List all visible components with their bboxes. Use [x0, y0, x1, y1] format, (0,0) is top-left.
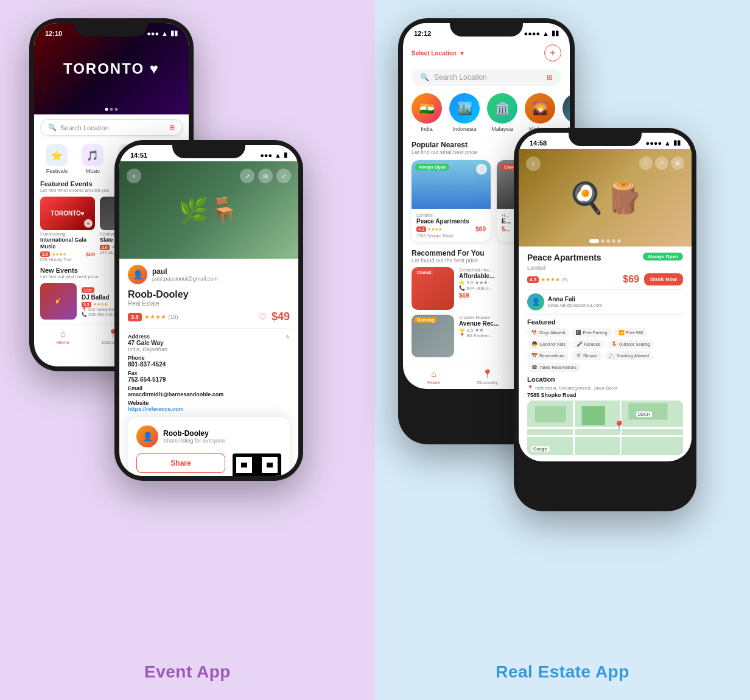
- p4-dog-icon: 🐕: [531, 330, 538, 335]
- p2-rating-row: 3.8 ★★★★ (10): [128, 313, 178, 321]
- p1-heart-1[interactable]: ♥: [84, 219, 93, 228]
- p3-loc-circle-india: 🇮🇳: [412, 93, 442, 124]
- p4-share-icon-btn[interactable]: ↗: [655, 156, 668, 170]
- p1-cat-label-festivals: Festivals: [46, 168, 68, 174]
- p2-share-button[interactable]: Share: [136, 453, 225, 473]
- p1-search-icon: 🔍: [48, 124, 57, 131]
- p4-tags: 🐕Dogs Allowed 🅿Free Parking 📶Free Wifi 👦…: [527, 328, 683, 372]
- p2-battery-icon: ▮: [284, 151, 287, 159]
- p2-fax-label: Fax: [128, 370, 166, 376]
- p4-status-bar: 14:58 ●●●● ▲ ▮▮: [519, 133, 692, 149]
- p4-outdoor-icon: 🪑: [611, 341, 617, 347]
- p4-smoking-icon: 🚬: [609, 353, 615, 359]
- p1-event-price-row-1: 2.8 ★★★★ $69: [40, 251, 95, 257]
- p3-loc-circle-missouri: 🌲: [562, 93, 570, 124]
- p4-tag-karaoke: 🎤Karaoke: [572, 340, 605, 349]
- p2-fax-row: Fax 752-654-5179: [128, 370, 290, 383]
- p4-tag-wifi: 📶Free Wifi: [614, 328, 648, 337]
- p1-event-rating-2: 2.6: [100, 245, 110, 250]
- svg-rect-5: [535, 406, 566, 422]
- p4-signal-icon: ●●●●: [646, 139, 662, 147]
- p4-shower-icon: 🚿: [575, 353, 581, 359]
- phone4-frame: 14:58 ●●●● ▲ ▮▮ 🍳🪵 ‹ ♡ ↗ ⊞: [514, 128, 696, 511]
- p1-event-rating-1: 2.8: [40, 251, 50, 257]
- p2-phone-value: 801-837-4524: [128, 361, 166, 368]
- p2-action-btns: ↗ ⊞ ⤢: [240, 169, 291, 183]
- p3-loc-name-malaysia: Malaysia: [491, 126, 513, 132]
- left-panel-label: Event App: [144, 662, 231, 682]
- p2-expand-icon-btn[interactable]: ⤢: [276, 169, 291, 183]
- p1-hero-dots: [105, 108, 118, 111]
- p1-search-bar[interactable]: 🔍 Search Location ⊞: [40, 119, 183, 136]
- p3-search-bar[interactable]: 🔍 Search Location ⊞: [412, 69, 561, 86]
- p3-plus-btn[interactable]: +: [544, 44, 561, 61]
- p2-email-block: Email amacdirmidl1@barnesandnoble.com: [128, 385, 223, 397]
- p3-card-rating-1: 4.3 ★★★★: [416, 226, 442, 232]
- p3-loc-malaysia[interactable]: 🏛️ Malaysia: [487, 93, 517, 132]
- p3-nav-discovery-label: Discovery: [477, 380, 498, 385]
- p4-map-label: Google: [531, 446, 550, 452]
- phone2-screen: 14:51 ●●● ▲ ▮ 🌿🪑 ‹ ↗ ⊞ ⤢: [119, 145, 298, 476]
- p4-rating-row: 4.3 ★★★★ (8): [527, 276, 568, 283]
- p1-new-event-img-1: 🎷: [40, 283, 77, 320]
- p4-grid-icon-btn[interactable]: ⊞: [671, 156, 684, 170]
- p2-listing-sub: Real Estate: [128, 300, 290, 307]
- p2-share-icon-btn[interactable]: ↗: [240, 169, 254, 183]
- p3-scan-icon[interactable]: ⊞: [547, 73, 553, 82]
- p2-address-label: Address: [128, 334, 167, 340]
- p2-back-btn[interactable]: ‹: [127, 169, 141, 183]
- p3-loc-missouri[interactable]: 🌲 Missouri: [562, 93, 570, 132]
- p4-map-biz: DBCH: [636, 411, 652, 417]
- p2-chevron-icon[interactable]: ∧: [286, 334, 290, 352]
- p3-loc-michigan[interactable]: 🌄 Michigan: [525, 93, 555, 132]
- p3-loc-circle-michigan: 🌄: [525, 93, 555, 124]
- p4-agent-info: Anna Fali anna.fali@passionui.com: [548, 296, 603, 308]
- p3-loc-name-indonesia: Indonesia: [452, 126, 476, 132]
- phone4-screen: 14:58 ●●●● ▲ ▮▮ 🍳🪵 ‹ ♡ ↗ ⊞: [519, 133, 692, 461]
- p4-status-icons: ●●●● ▲ ▮▮: [646, 139, 681, 147]
- p3-loc-indonesia[interactable]: 🏙️ Indonesia: [449, 93, 480, 132]
- p4-back-btn[interactable]: ‹: [526, 156, 541, 171]
- p1-event-card-1[interactable]: TORONTO♥ ♥ Fundraising International Gal…: [40, 197, 95, 262]
- p1-new-event-rating: 3.3: [82, 302, 91, 307]
- p4-book-btn[interactable]: Book Now: [644, 273, 683, 285]
- p2-agent-row: 👤 paul paul.passionui@gmail.com: [128, 265, 290, 284]
- p3-card-heart-1[interactable]: ♡: [476, 164, 487, 175]
- p3-select-location[interactable]: Select Location ▼: [412, 50, 465, 57]
- p4-location-title: Location: [527, 376, 683, 383]
- p2-website-block: Website https://reference.com: [128, 400, 184, 412]
- p1-hero-text: TORONTO ♥: [63, 60, 159, 77]
- p1-cat-festivals[interactable]: ⭐ Festivals: [46, 144, 68, 174]
- p3-nav-discovery[interactable]: 📍 Discovery: [477, 369, 498, 385]
- p3-card-price-2: 5...: [502, 226, 510, 233]
- p3-loc-india[interactable]: 🇮🇳 India: [412, 93, 442, 132]
- p1-cat-music[interactable]: 🎵 Music: [82, 144, 103, 174]
- p1-time: 12:10: [45, 30, 62, 37]
- p1-wifi-icon: ▲: [161, 30, 168, 37]
- p4-heart-icon-btn[interactable]: ♡: [639, 156, 653, 170]
- p4-map[interactable]: 📍 Google DBCH: [527, 401, 683, 455]
- p3-status-bar: 12:12 ●●●● ▲ ▮▮: [403, 23, 570, 40]
- p4-tag-outdoor: 🪑Outdoor Seating: [607, 340, 654, 349]
- p3-card-1[interactable]: Always Open ♡ Landed Peace Apartments 4.…: [412, 160, 491, 242]
- p1-nav-home[interactable]: ⌂ Home: [57, 329, 69, 345]
- p4-location-addr-text: Indonesia, Uncategorized, Jawa Barat: [535, 385, 617, 391]
- p4-time: 14:58: [530, 139, 547, 147]
- p2-grid-icon-btn[interactable]: ⊞: [258, 169, 273, 183]
- p3-rec-badge-2: Opening: [414, 317, 437, 323]
- p4-parking-icon: 🅿: [576, 330, 581, 335]
- right-panel-label: Real Estate App: [496, 662, 629, 682]
- p3-signal-icon: ●●●●: [524, 30, 541, 37]
- p3-nav-home[interactable]: ⌂ Home: [427, 369, 440, 385]
- p2-right-row: ♡ $49: [258, 310, 290, 323]
- p2-qr-code: [233, 453, 281, 476]
- p4-tag-takes-reservations: ☎Takes Reservations: [527, 363, 581, 372]
- p3-rec-img-1: Closed: [412, 267, 454, 310]
- p4-wifi-tag-icon: 📶: [619, 330, 625, 335]
- p2-heart-btn[interactable]: ♡: [258, 311, 267, 323]
- p2-agent-avatar: 👤: [128, 265, 147, 284]
- p4-battery-icon: ▮▮: [673, 139, 681, 147]
- p2-share-name: Roob-Dooley: [163, 429, 225, 438]
- p4-always-open-badge: Always Open: [643, 253, 683, 261]
- left-panel: 12:10 ●●● ▲ ▮▮ TORONTO ♥: [0, 0, 375, 700]
